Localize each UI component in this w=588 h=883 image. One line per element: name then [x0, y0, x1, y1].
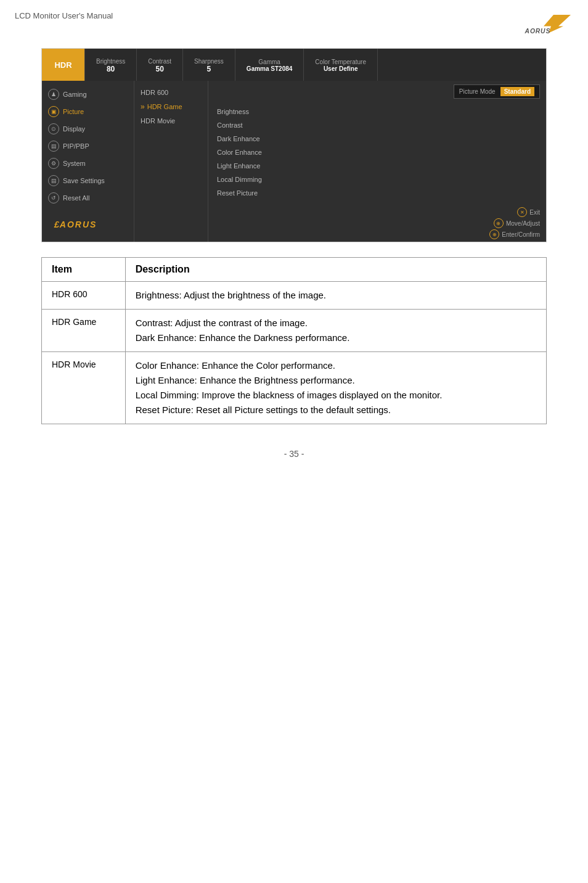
table-row-hdr-game: HDR Game Contrast: Adjust the contrast o… [42, 310, 547, 352]
exit-icon: ✕ [517, 207, 527, 217]
col2-header: Description [125, 258, 546, 282]
osd-right-items: Brightness Contrast Dark Enhance Color E… [208, 100, 546, 205]
reset-picture-label: Reset Picture [217, 189, 258, 197]
right-item-dark-enhance[interactable]: Dark Enhance [208, 132, 546, 146]
osd-tab-colortemp[interactable]: Color Temperature User Define [304, 49, 378, 81]
sidebar-item-save-settings[interactable]: ▤ Save Settings [42, 172, 134, 189]
light-enhance-label: Light Enhance [217, 162, 260, 170]
osd-tab-brightness-value: 80 [107, 65, 115, 73]
osd-body-wrapper: ♟ Gaming ▣ Picture ⊙ Display ▤ PIP/PBP ⚙ [42, 81, 546, 242]
picture-mode-bar: Picture Mode Standard [208, 81, 546, 100]
osd-tab-gamma[interactable]: Gamma Gamma ST2084 [235, 49, 304, 81]
right-item-local-dimming[interactable]: Local Dimming [208, 173, 546, 186]
sidebar-pip-label: PIP/PBP [63, 142, 89, 150]
brightness-label: Brightness [217, 108, 249, 115]
aorus-logo-icon: AORUS [524, 11, 573, 36]
sidebar-display-label: Display [63, 125, 85, 133]
enter-confirm-label: Enter/Confirm [502, 231, 540, 238]
middle-item-hdr-movie[interactable]: HDR Movie [134, 114, 208, 128]
right-item-brightness[interactable]: Brightness [208, 105, 546, 118]
hdr-movie-label: HDR Movie [141, 117, 175, 125]
desc-color-enhance: Color Enhance: Enhance the Color perform… [136, 360, 335, 371]
osd-sidebar: ♟ Gaming ▣ Picture ⊙ Display ▤ PIP/PBP ⚙ [42, 81, 134, 242]
dark-enhance-label: Dark Enhance [217, 135, 260, 142]
sidebar-reset-label: Reset All [63, 194, 89, 202]
save-settings-icon: ▤ [48, 175, 59, 186]
right-item-light-enhance[interactable]: Light Enhance [208, 159, 546, 173]
desc-hdr-game: Contrast: Adjust the contrast of the ima… [125, 310, 546, 352]
desc-local-dimming: Local Dimming: Improve the blackness of … [136, 390, 443, 400]
osd-tab-sharpness[interactable]: Sharpness 5 [183, 49, 235, 81]
osd-tab-hdr[interactable]: HDR [42, 49, 85, 81]
move-adjust-label: Move/Adjust [506, 220, 540, 227]
sidebar-item-pip-pbp[interactable]: ▤ PIP/PBP [42, 138, 134, 155]
desc-light-enhance: Light Enhance: Enhance the Brightness pe… [136, 375, 355, 385]
osd-tab-colortemp-value: User Define [324, 65, 358, 72]
item-hdr600: HDR 600 [42, 282, 126, 310]
hdr-game-label: HDR Game [147, 103, 182, 110]
sidebar-item-system[interactable]: ⚙ System [42, 155, 134, 172]
desc-hdr600: Brightness: Adjust the brightness of the… [125, 282, 546, 310]
osd-right-section: Picture Mode Standard Brightness Contras… [208, 81, 546, 242]
middle-item-hdr-game[interactable]: » HDR Game [134, 99, 208, 114]
osd-screenshot: HDR Brightness 80 Contrast 50 Sharpness … [41, 48, 547, 242]
osd-tab-sharpness-label: Sharpness [194, 58, 224, 65]
osd-aorus-logo: £AORUS [48, 216, 128, 233]
pip-pbp-icon: ▤ [48, 141, 59, 152]
right-item-reset-picture[interactable]: Reset Picture [208, 186, 546, 200]
control-move-adjust: ⊕ Move/Adjust [494, 218, 540, 228]
exit-label: Exit [529, 209, 540, 216]
sidebar-system-label: System [63, 160, 86, 167]
middle-item-hdr600[interactable]: HDR 600 [134, 86, 208, 99]
picture-mode-label: Picture Mode [459, 88, 496, 95]
arrow-right-icon: » [141, 102, 145, 111]
osd-middle-column: HDR 600 » HDR Game HDR Movie [134, 81, 208, 242]
page-header: LCD Monitor User's Manual AORUS [0, 0, 588, 42]
sidebar-picture-label: Picture [63, 108, 84, 115]
item-hdr-movie: HDR Movie [42, 352, 126, 424]
desc-hdr-game-contrast: Contrast: Adjust the contrast of the ima… [136, 318, 308, 328]
osd-topbar: HDR Brightness 80 Contrast 50 Sharpness … [42, 49, 546, 81]
description-table: Item Description HDR 600 Brightness: Adj… [41, 257, 547, 424]
enter-confirm-icon: ⊕ [489, 229, 499, 239]
control-enter-confirm: ⊕ Enter/Confirm [489, 229, 540, 239]
picture-mode-badge: Picture Mode Standard [454, 84, 540, 99]
page-title: LCD Monitor User's Manual [15, 11, 113, 20]
gaming-icon: ♟ [48, 89, 59, 100]
sidebar-item-display[interactable]: ⊙ Display [42, 120, 134, 138]
item-hdr-game: HDR Game [42, 310, 126, 352]
local-dimming-label: Local Dimming [217, 176, 262, 183]
osd-tab-contrast-label: Contrast [148, 58, 171, 65]
display-icon: ⊙ [48, 123, 59, 134]
table-row-hdr-movie: HDR Movie Color Enhance: Enhance the Col… [42, 352, 547, 424]
sidebar-item-gaming[interactable]: ♟ Gaming [42, 86, 134, 103]
osd-tab-gamma-label: Gamma [258, 59, 280, 65]
table-row-hdr600: HDR 600 Brightness: Adjust the brightnes… [42, 282, 547, 310]
system-icon: ⚙ [48, 158, 59, 169]
osd-tab-contrast[interactable]: Contrast 50 [137, 49, 183, 81]
picture-mode-value: Standard [500, 87, 534, 96]
sidebar-item-reset-all[interactable]: ↺ Reset All [42, 189, 134, 207]
contrast-label: Contrast [217, 121, 243, 129]
desc-reset-picture: Reset Picture: Reset all Picture setting… [136, 405, 391, 415]
color-enhance-label: Color Enhance [217, 149, 262, 156]
osd-tab-sharpness-value: 5 [207, 65, 211, 73]
right-item-contrast[interactable]: Contrast [208, 118, 546, 132]
osd-tab-gamma-value: Gamma ST2084 [247, 65, 293, 72]
osd-tab-contrast-value: 50 [155, 65, 163, 73]
desc-hdr-movie: Color Enhance: Enhance the Color perform… [125, 352, 546, 424]
reset-all-icon: ↺ [48, 192, 59, 203]
osd-controls: ✕ Exit ⊕ Move/Adjust ⊕ Enter/Confirm [208, 205, 546, 242]
page-number: - 35 - [0, 449, 588, 459]
svg-text:AORUS: AORUS [525, 28, 551, 35]
osd-tab-hdr-label: HDR [54, 60, 71, 70]
sidebar-save-label: Save Settings [63, 177, 105, 184]
osd-tab-brightness[interactable]: Brightness 80 [85, 49, 137, 81]
sidebar-gaming-label: Gaming [63, 91, 87, 98]
osd-tab-colortemp-label: Color Temperature [315, 59, 366, 65]
sidebar-item-picture[interactable]: ▣ Picture [42, 103, 134, 120]
osd-body: ♟ Gaming ▣ Picture ⊙ Display ▤ PIP/PBP ⚙ [42, 81, 546, 242]
move-adjust-icon: ⊕ [494, 218, 504, 228]
right-item-color-enhance[interactable]: Color Enhance [208, 146, 546, 159]
osd-tab-brightness-label: Brightness [96, 58, 125, 65]
